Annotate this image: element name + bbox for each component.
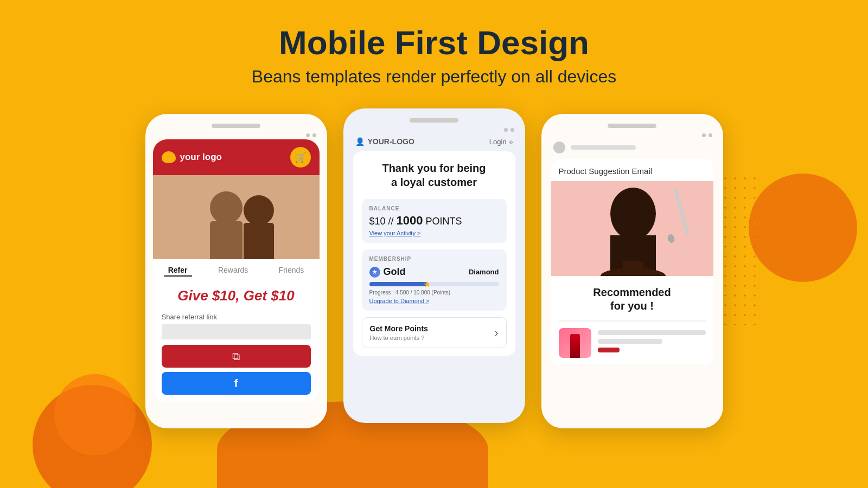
- balance-amount: $10 //: [369, 216, 397, 227]
- product-email-title: Product Suggestion Email: [551, 159, 713, 181]
- phone2-body: Thank you for being a loyal customer BAL…: [353, 151, 515, 356]
- product-divider: [559, 320, 706, 322]
- progress-text: Progress : 4 500 / 10 000 (Points): [369, 290, 499, 296]
- login-text: Login: [489, 138, 507, 146]
- chevron-right-icon: ›: [495, 326, 499, 339]
- gold-badge: ★ Gold: [369, 266, 406, 278]
- tab-friends[interactable]: Friends: [275, 265, 309, 277]
- tab-rewards[interactable]: Rewards: [214, 265, 252, 277]
- camera-dot: [312, 133, 316, 137]
- phone3-header-bar: [549, 139, 716, 159]
- logo-icon: [162, 151, 176, 163]
- camera-dot: [510, 128, 514, 132]
- fb-icon: f: [234, 377, 238, 390]
- product-row: [559, 328, 706, 358]
- upgrade-link[interactable]: Upgrade to Diamond >: [369, 298, 499, 304]
- progress-star-icon: ★: [423, 279, 431, 290]
- balance-points: 1000: [397, 214, 423, 227]
- camera-dot: [709, 133, 712, 137]
- get-points-subtitle: How to earn points ?: [370, 335, 428, 341]
- gold-tier-label: Gold: [384, 266, 406, 278]
- user-icon: 👤: [355, 137, 365, 146]
- get-points-section[interactable]: Get More Points How to earn points ? ›: [362, 317, 507, 348]
- get-points-info: Get More Points How to earn points ?: [370, 324, 428, 341]
- email-avatar: [553, 142, 565, 153]
- membership-section: MEMBERSHIP ★ Gold Diamond ★ Progress : 4…: [362, 249, 507, 311]
- page-subtitle: Beans templates render perfectly on all …: [0, 67, 868, 87]
- badge-icon: ★: [369, 267, 380, 278]
- product-thumbnail: [559, 328, 591, 358]
- phone2-header-bar: 👤 YOUR-LOGO Login ⟐: [351, 134, 518, 151]
- diamond-tier-label: Diamond: [469, 268, 499, 276]
- share-label: Share referral link: [162, 313, 311, 321]
- phone2-logo: 👤 YOUR-LOGO: [355, 137, 414, 146]
- logo-text: your logo: [180, 152, 222, 163]
- recommended-line2: for you !: [610, 300, 654, 312]
- loyalty-headline-line1: Thank you for being: [382, 162, 486, 174]
- page-title: Mobile First Design: [0, 24, 868, 61]
- phone-notch-2: [410, 118, 458, 123]
- phone-product: Product Suggestion Email: [541, 114, 723, 428]
- phone1-header-bar: your logo 🛒: [153, 139, 320, 175]
- share-input[interactable]: [162, 324, 311, 339]
- phone3-camera: [549, 133, 716, 137]
- product-line-2: [598, 339, 662, 344]
- copy-button[interactable]: ⧉: [162, 345, 311, 368]
- product-price-line: [598, 348, 620, 352]
- phone-camera: [153, 133, 320, 137]
- phone-notch: [212, 124, 260, 128]
- referral-headline: Give $10, Get $10: [162, 287, 311, 304]
- camera-dot: [504, 128, 508, 132]
- loyalty-headline-line2: a loyal customer: [391, 176, 477, 188]
- recommended-section: Recommended for you !: [551, 276, 713, 364]
- recommended-line1: Recommended: [593, 286, 671, 298]
- camera-dot: [306, 133, 310, 137]
- svg-point-3: [244, 195, 274, 226]
- get-points-title: Get More Points: [370, 324, 428, 333]
- product-line-1: [598, 330, 706, 335]
- product-hero-image: [551, 181, 713, 276]
- balance-suffix: POINTS: [423, 216, 462, 227]
- phone1-logo: your logo: [162, 151, 222, 163]
- login-button[interactable]: Login ⟐: [489, 138, 513, 146]
- svg-point-6: [610, 188, 656, 240]
- phone2-camera: [351, 128, 518, 132]
- phone1-inner: your logo 🛒 Refer Rewards Friend: [153, 139, 320, 402]
- progress-bar-bg: ★: [369, 282, 499, 286]
- balance-label: BALANCE: [369, 206, 499, 211]
- lipstick-icon: [570, 334, 580, 358]
- phone2-logo-text: YOUR-LOGO: [368, 137, 414, 146]
- email-address-line: [571, 145, 636, 150]
- facebook-button[interactable]: f: [162, 372, 311, 395]
- progress-bar-fill: ★: [369, 282, 428, 286]
- product-description-lines: [598, 328, 706, 352]
- membership-label: MEMBERSHIP: [369, 256, 499, 262]
- phone-loyalty: 👤 YOUR-LOGO Login ⟐ Thank you for being …: [343, 108, 525, 423]
- phone-notch-3: [608, 124, 656, 128]
- arrow-icon: ⟐: [509, 138, 513, 146]
- phone-referral: your logo 🛒 Refer Rewards Friend: [145, 114, 327, 428]
- copy-icon: ⧉: [232, 350, 240, 363]
- svg-rect-4: [244, 223, 274, 259]
- phone1-body: Give $10, Get $10 Share referral link ⧉ …: [153, 280, 320, 402]
- phone3-body: Product Suggestion Email: [551, 159, 713, 364]
- phones-container: your logo 🛒 Refer Rewards Friend: [0, 103, 868, 428]
- tab-refer[interactable]: Refer: [164, 265, 192, 277]
- balance-value: $10 // 1000 POINTS: [369, 214, 499, 228]
- view-activity-link[interactable]: View your Activity >: [369, 230, 499, 236]
- phone1-hero-image: [153, 175, 320, 259]
- balance-section: BALANCE $10 // 1000 POINTS View your Act…: [362, 199, 507, 243]
- loyalty-headline: Thank you for being a loyal customer: [362, 161, 507, 189]
- recommended-title: Recommended for you !: [559, 286, 706, 313]
- phone1-tabs: Refer Rewards Friends: [153, 259, 320, 280]
- camera-dot: [702, 133, 706, 137]
- svg-point-1: [210, 191, 242, 224]
- membership-tier: ★ Gold Diamond: [369, 266, 499, 278]
- cart-button[interactable]: 🛒: [290, 147, 311, 168]
- page-header: Mobile First Design Beans templates rend…: [0, 0, 868, 103]
- svg-rect-2: [210, 221, 242, 259]
